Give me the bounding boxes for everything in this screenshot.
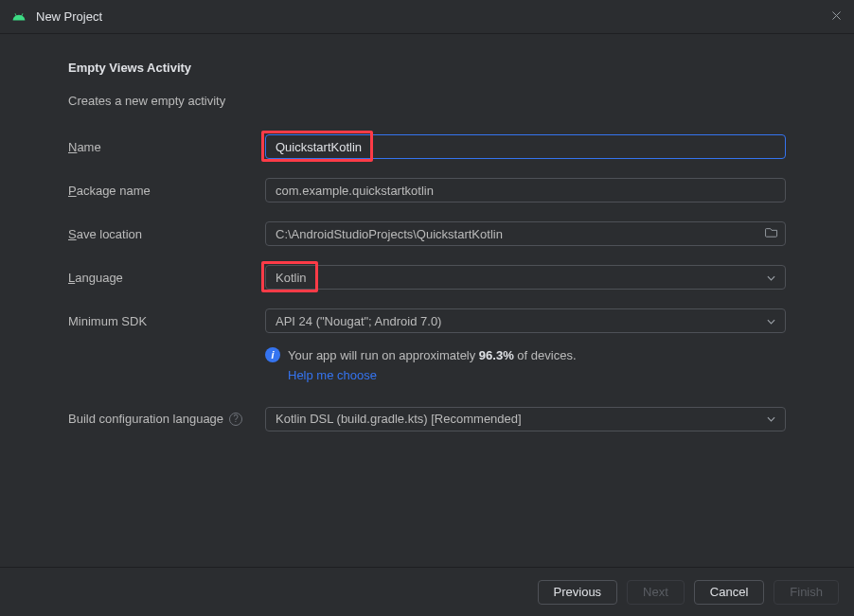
- chevron-down-icon: [767, 414, 775, 424]
- package-input[interactable]: [265, 178, 786, 202]
- chevron-down-icon: [767, 316, 775, 326]
- buildlang-value: Kotlin DSL (build.gradle.kts) [Recommend…: [276, 412, 522, 426]
- language-label: Language: [68, 271, 265, 285]
- window-title: New Project: [36, 9, 102, 24]
- name-input[interactable]: [265, 134, 786, 159]
- help-icon[interactable]: ?: [229, 413, 242, 426]
- minsdk-value: API 24 ("Nougat"; Android 7.0): [276, 314, 441, 328]
- chevron-down-icon: [767, 273, 775, 283]
- buildlang-select[interactable]: Kotlin DSL (build.gradle.kts) [Recommend…: [265, 407, 786, 431]
- close-icon[interactable]: [830, 9, 843, 26]
- save-label: Save location: [68, 227, 265, 241]
- android-studio-icon: [11, 9, 27, 25]
- minsdk-label: Minimum SDK: [68, 314, 265, 328]
- buildlang-label: Build configuration language ?: [68, 412, 265, 426]
- next-button: Next: [627, 580, 685, 605]
- name-label: Name: [68, 140, 265, 154]
- page-title: Empty Views Activity: [68, 61, 786, 75]
- language-value: Kotlin: [276, 271, 307, 285]
- help-me-choose-link[interactable]: Help me choose: [288, 368, 377, 382]
- language-select[interactable]: Kotlin: [265, 265, 786, 290]
- info-icon: i: [265, 347, 280, 362]
- minsdk-select[interactable]: API 24 ("Nougat"; Android 7.0): [265, 308, 786, 333]
- package-label: Package name: [68, 184, 265, 198]
- save-location-input[interactable]: [265, 221, 786, 246]
- page-subtitle: Creates a new empty activity: [68, 94, 786, 108]
- finish-button: Finish: [774, 580, 839, 605]
- previous-button[interactable]: Previous: [538, 580, 618, 605]
- device-coverage-text: Your app will run on approximately 96.3%…: [288, 346, 577, 386]
- cancel-button[interactable]: Cancel: [694, 580, 764, 605]
